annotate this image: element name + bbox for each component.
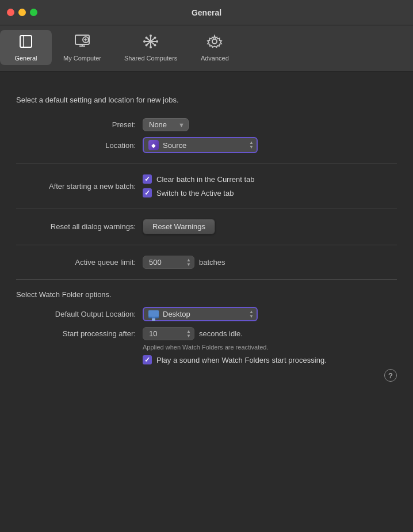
maximize-button[interactable] (30, 9, 37, 16)
processing-row: Start processing after: 10 ▲ ▼ seconds i… (16, 327, 397, 340)
location-value: Source (163, 141, 186, 150)
queue-stepper[interactable]: 500 ▲ ▼ (143, 256, 194, 269)
window-title: General (192, 8, 221, 17)
tab-advanced[interactable]: Advanced (189, 30, 240, 65)
svg-point-15 (156, 40, 158, 43)
location-row: Location: ◆ Source ▲ ▼ (16, 137, 397, 153)
processing-stepper-icon: ▲ ▼ (186, 329, 191, 339)
switch-tab-checkbox[interactable]: ✓ (143, 188, 152, 197)
stepper-arrow-icon: ▲ ▼ (249, 140, 254, 150)
clear-batch-row: ✓ Clear batch in the Current tab (143, 174, 255, 184)
queue-unit: batches (199, 258, 225, 267)
tab-shared-computers-label: Shared Computers (124, 55, 177, 62)
preset-label: Preset: (16, 120, 143, 129)
warnings-section: Reset all dialog warnings: Reset Warning… (16, 208, 397, 245)
batch-label: After starting a new batch: (16, 182, 143, 191)
svg-point-17 (154, 44, 156, 47)
sound-checkbox-area: ✓ Play a sound when Watch Folders start … (143, 355, 397, 364)
processing-label: Start processing after: (16, 329, 143, 338)
main-content: Select a default setting and location fo… (0, 71, 413, 404)
svg-rect-21 (148, 310, 159, 317)
svg-rect-22 (152, 317, 155, 318)
watch-section: Select Watch Folder options. Default Out… (16, 280, 397, 392)
check-icon: ✓ (144, 176, 150, 183)
tab-my-computer[interactable]: My Computer (52, 30, 113, 65)
chevron-down-icon: ▼ (178, 121, 185, 128)
section-description: Select a default setting and location fo… (16, 96, 179, 104)
watch-description: Select Watch Folder options. (16, 290, 397, 299)
help-button[interactable]: ? (384, 369, 397, 382)
switch-tab-row: ✓ Switch to the Active tab (143, 188, 255, 197)
check-icon: ✓ (144, 189, 150, 196)
clear-batch-label: Clear batch in the Current tab (156, 175, 255, 184)
queue-value: 500 (149, 258, 162, 267)
processing-stepper[interactable]: 10 ▲ ▼ (143, 327, 194, 340)
batch-row: After starting a new batch: ✓ Clear batc… (16, 174, 397, 197)
tab-advanced-label: Advanced (201, 55, 229, 62)
warnings-row: Reset all dialog warnings: Reset Warning… (16, 219, 397, 234)
svg-point-18 (154, 37, 156, 39)
sound-checkbox[interactable]: ✓ (143, 355, 152, 364)
batch-section: After starting a new batch: ✓ Clear batc… (16, 164, 397, 208)
reset-warnings-button[interactable]: Reset Warnings (143, 219, 215, 234)
output-dropdown[interactable]: Desktop ▲ ▼ (143, 307, 258, 321)
location-icon: ◆ (148, 140, 159, 150)
svg-point-12 (150, 35, 152, 37)
general-icon (17, 33, 35, 52)
tab-general[interactable]: General (0, 30, 52, 65)
svg-point-19 (146, 44, 148, 47)
svg-point-16 (146, 37, 148, 39)
description-row: Select a default setting and location fo… (16, 96, 397, 112)
toolbar: General My Computer (0, 25, 413, 71)
close-button[interactable] (7, 9, 14, 16)
processing-value: 10 (149, 329, 157, 338)
clear-batch-checkbox[interactable]: ✓ (143, 174, 152, 184)
queue-row: Active queue limit: 500 ▲ ▼ batches (16, 256, 397, 269)
svg-rect-0 (20, 36, 32, 47)
preset-section: Select a default setting and location fo… (16, 85, 397, 164)
preset-value: None (149, 120, 167, 129)
queue-stepper-icon: ▲ ▼ (186, 258, 191, 267)
preset-dropdown[interactable]: None ▼ (143, 118, 189, 131)
minimize-button[interactable] (18, 9, 26, 16)
help-area: ? (16, 364, 397, 382)
output-label: Default Output Location: (16, 310, 143, 318)
desktop-icon (148, 310, 159, 318)
output-row: Default Output Location: Desktop ▲ ▼ (16, 307, 397, 321)
location-dropdown[interactable]: ◆ Source ▲ ▼ (143, 137, 258, 153)
tab-shared-computers[interactable]: Shared Computers (113, 30, 189, 65)
svg-point-14 (143, 40, 146, 43)
processing-unit: seconds idle. (199, 329, 243, 338)
tab-my-computer-label: My Computer (63, 55, 101, 62)
tab-general-label: General (14, 55, 37, 62)
applied-note: Applied when Watch Folders are reactivat… (143, 344, 397, 351)
svg-point-20 (212, 39, 217, 44)
svg-point-13 (150, 46, 152, 48)
warnings-label: Reset all dialog warnings: (16, 222, 143, 231)
check-icon: ✓ (144, 356, 150, 363)
gear-icon (205, 33, 224, 52)
output-stepper-icon: ▲ ▼ (249, 310, 254, 319)
titlebar: General (0, 0, 413, 25)
queue-label: Active queue limit: (16, 258, 143, 267)
traffic-lights (7, 9, 37, 16)
location-label: Location: (16, 141, 143, 150)
queue-section: Active queue limit: 500 ▲ ▼ batches (16, 245, 397, 280)
sound-row: ✓ Play a sound when Watch Folders start … (143, 355, 397, 364)
batch-checkboxes: ✓ Clear batch in the Current tab ✓ Switc… (143, 174, 255, 197)
snowflake-icon (142, 33, 160, 52)
switch-tab-label: Switch to the Active tab (156, 189, 234, 197)
computer-icon (73, 33, 91, 52)
preset-row: Preset: None ▼ (16, 118, 397, 131)
output-value: Desktop (163, 310, 190, 318)
sound-label: Play a sound when Watch Folders start pr… (156, 356, 327, 364)
